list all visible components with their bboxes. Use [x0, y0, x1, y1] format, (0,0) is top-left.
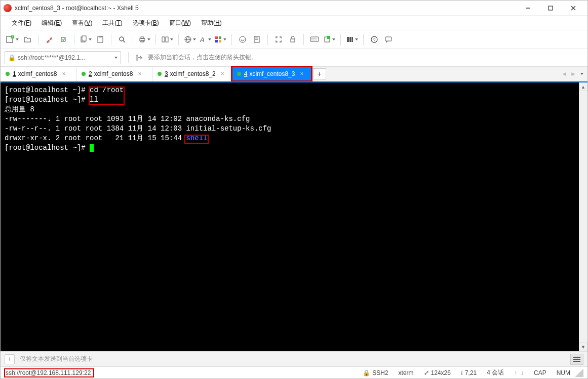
layout-button[interactable] — [345, 33, 359, 46]
svg-rect-18 — [166, 37, 168, 42]
main-toolbar: A ? — [1, 30, 587, 48]
svg-rect-23 — [215, 36, 218, 39]
close-button[interactable] — [562, 1, 584, 15]
lock-icon: 🔒 — [8, 54, 16, 61]
tab-scroll-right-icon[interactable]: ► — [570, 70, 576, 77]
resize-icon: ⤢ — [424, 369, 429, 376]
keyboard-button[interactable] — [308, 33, 321, 46]
paste-button[interactable] — [94, 33, 107, 46]
tab-xclmf_centos8_2[interactable]: 3xclmf_centos8_2× — [152, 67, 232, 81]
script-button[interactable] — [236, 33, 249, 46]
svg-line-13 — [123, 40, 125, 43]
hint-text: 要添加当前会话，点击左侧的箭头按钮。 — [148, 53, 257, 62]
svg-rect-15 — [141, 37, 144, 38]
tab-label: xclmf_centos8 — [94, 70, 133, 77]
address-dropdown-icon[interactable] — [114, 57, 117, 59]
menu-文件[interactable]: 文件(F) — [7, 17, 36, 29]
svg-point-27 — [240, 36, 246, 43]
log-button[interactable] — [250, 33, 263, 46]
svg-rect-1 — [548, 6, 553, 10]
menu-窗口[interactable]: 窗口(W) — [164, 17, 196, 29]
svg-rect-36 — [327, 36, 330, 39]
status-dot-icon — [158, 72, 162, 76]
fullscreen-button[interactable] — [272, 33, 285, 46]
svg-rect-39 — [351, 37, 353, 42]
tab-add-button[interactable]: + — [313, 68, 326, 79]
menu-工具[interactable]: 工具(T) — [97, 17, 127, 29]
svg-text:?: ? — [373, 37, 376, 43]
statusbar: ssh://root@192.168.111.129:22 🔒SSH2 xter… — [1, 366, 587, 378]
titlebar: xclmf_centos8_3 - root@localhost:~ - Xsh… — [1, 1, 587, 16]
menu-查看[interactable]: 查看(V) — [67, 17, 97, 29]
help-button[interactable]: ? — [368, 33, 381, 46]
app-icon — [4, 4, 12, 12]
svg-rect-9 — [82, 36, 86, 41]
font-button[interactable]: A — [198, 33, 212, 46]
tab-xclmf_centos8_3[interactable]: 4xclmf_centos8_3× — [232, 67, 311, 81]
terminal-scrollbar[interactable]: ▲ ▼ — [579, 82, 587, 351]
tab-number: 2 — [89, 70, 92, 77]
status-up-down: ↑ ↓ — [509, 369, 529, 376]
tab-scroll-left-icon[interactable]: ◄ — [561, 70, 567, 77]
transfer-button[interactable] — [322, 33, 336, 46]
tab-xclmf_centos8[interactable]: 1xclmf_centos8× — [1, 67, 76, 81]
encoding-button[interactable] — [183, 33, 197, 46]
tab-number: 3 — [165, 70, 168, 77]
hint-arrow-icon — [136, 54, 145, 62]
compose-input[interactable]: 仅将文本发送到当前选项卡 — [18, 354, 570, 364]
status-size: ⤢124x26 — [419, 369, 456, 376]
tab-close-icon[interactable]: × — [300, 70, 303, 77]
svg-rect-25 — [215, 40, 218, 43]
svg-rect-11 — [99, 36, 102, 37]
menu-帮助[interactable]: 帮助(H) — [196, 17, 227, 29]
compose-row: ＋ 仅将文本发送到当前选项卡 — [1, 351, 587, 366]
svg-rect-38 — [349, 37, 351, 42]
hint-row: 要添加当前会话，点击左侧的箭头按钮。 — [136, 53, 257, 62]
tab-close-icon[interactable]: × — [62, 70, 65, 77]
open-button[interactable] — [21, 33, 34, 46]
lock-small-icon: 🔒 — [363, 369, 370, 376]
session-tabs: 1xclmf_centos8×2xclmf_centos8×3xclmf_cen… — [1, 66, 587, 81]
menubar: 文件(F)编辑(E)查看(V)工具(T)选项卡(B)窗口(W)帮助(H) — [1, 16, 587, 30]
tab-close-icon[interactable]: × — [221, 70, 224, 77]
feedback-button[interactable] — [382, 33, 395, 46]
scroll-up-icon[interactable]: ▲ — [579, 82, 587, 91]
tab-xclmf_centos8[interactable]: 2xclmf_centos8× — [76, 67, 152, 81]
address-input[interactable]: 🔒 ssh://root:******@192.1... — [5, 51, 121, 64]
svg-rect-37 — [347, 37, 349, 42]
compose-menu-button[interactable] — [570, 354, 583, 365]
color-button[interactable] — [213, 33, 227, 46]
compose-add-button[interactable]: ＋ — [5, 354, 15, 364]
svg-rect-26 — [219, 40, 221, 43]
tab-number: 4 — [244, 70, 248, 77]
svg-rect-32 — [310, 37, 319, 41]
address-bar-row: 🔒 ssh://root:******@192.1... 要添加当前会话，点击左… — [1, 48, 587, 66]
reconnect-button[interactable] — [57, 33, 70, 46]
status-dot-icon — [237, 72, 241, 76]
terminal[interactable]: [root@localhost ~]# cd /root [root@local… — [1, 82, 579, 351]
find-button[interactable] — [115, 33, 129, 46]
lock-button[interactable] — [286, 33, 299, 46]
tab-menu-icon[interactable] — [580, 73, 583, 75]
properties-button[interactable] — [43, 33, 56, 46]
new-session-button[interactable] — [5, 33, 20, 46]
cursor-icon: ⁞ — [461, 369, 463, 376]
scroll-down-icon[interactable]: ▼ — [579, 343, 587, 351]
tab-number: 1 — [13, 70, 16, 77]
svg-rect-42 — [385, 37, 391, 41]
copy-button[interactable] — [79, 33, 93, 46]
tab-label: xclmf_centos8 — [18, 70, 57, 77]
menu-编辑[interactable]: 编辑(E) — [36, 17, 67, 29]
svg-text:A: A — [200, 36, 205, 44]
maximize-button[interactable] — [539, 1, 562, 15]
minimize-button[interactable] — [516, 1, 539, 15]
menu-选项卡[interactable]: 选项卡(B) — [128, 17, 164, 29]
status-cursor: ⁞7,21 — [456, 369, 482, 376]
tab-label: xclmf_centos8_3 — [249, 70, 295, 77]
sessions-panel-button[interactable] — [160, 33, 174, 46]
svg-rect-43 — [136, 55, 138, 60]
print-button[interactable] — [137, 33, 151, 46]
status-protocol: 🔒SSH2 — [358, 369, 393, 376]
tab-close-icon[interactable]: × — [138, 70, 141, 77]
resize-grip[interactable] — [575, 369, 583, 377]
